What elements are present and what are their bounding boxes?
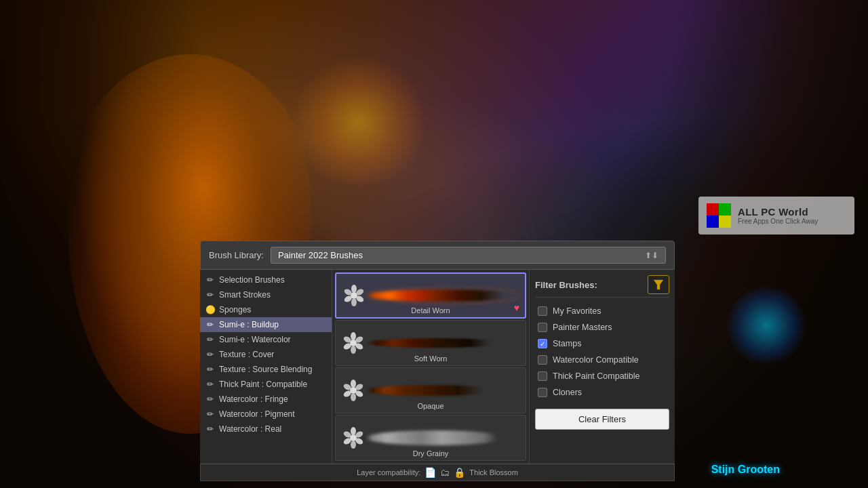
category-label: Watercolor : Fringe [219,394,288,404]
filter-checkbox-cloners[interactable] [538,388,547,397]
layer-icon-2: 🗂 [440,467,450,478]
brush-item-dry-grainy[interactable]: Dry Grainy [335,415,526,461]
category-label: Sumi-e : Watercolor [219,335,291,344]
brush-preview-dry-grainy [366,423,520,453]
filter-label-painter-masters: Painter Masters [553,323,612,332]
category-selection-brushes[interactable]: ✏ Selection Brushes [200,272,332,287]
filter-icon-button[interactable] [648,275,669,294]
main-content-row: ✏ Selection Brushes ✏ Smart Strokes 🟡 Sp… [200,270,675,464]
svg-rect-0 [707,203,719,216]
brush-icon: 🟡 [205,305,215,314]
filter-header: Filter Brushes: [535,275,669,298]
watermark-text: ALL PC World Free Apps One Click Away [738,206,818,225]
svg-point-19 [351,380,356,388]
svg-point-22 [351,393,356,401]
category-label: Thick Paint : Compatible [219,380,307,389]
stroke-visual [366,385,497,396]
flower-glow [726,285,807,366]
filter-checkbox-stamps[interactable] [538,339,547,348]
category-label: Watercolor : Pigment [219,409,295,419]
top-bar: Brush Library: Painter 2022 Brushes ⬆⬇ [200,241,675,270]
brush-previews-panel: Detail Worn ♥ [332,270,529,464]
svg-point-29 [351,441,356,449]
category-smart-strokes[interactable]: ✏ Smart Strokes [200,287,332,302]
layer-compat-value: Thick Blossom [469,468,518,476]
stroke-visual [366,338,505,348]
svg-rect-3 [719,216,731,228]
layer-icon-3: 🔒 [454,467,465,478]
svg-point-5 [351,285,357,293]
brush-item-detail-worn[interactable]: Detail Worn ♥ [335,272,526,319]
brush-categories-panel: ✏ Selection Brushes ✏ Smart Strokes 🟡 Sp… [200,270,332,464]
category-label: Sponges [219,305,251,314]
brush-library-label: Brush Library: [209,250,264,260]
bottom-status-bar: Layer compatibility: 📄 🗂 🔒 Thick Blossom [200,464,675,481]
category-sumie-watercolor[interactable]: ✏ Sumi-e : Watercolor [200,332,332,347]
watermark-title: ALL PC World [738,206,818,218]
brush-name-detail-worn: Detail Worn [411,306,450,314]
allpcworld-logo [707,203,731,228]
filter-funnel-icon [652,279,665,291]
brush-name-dry-grainy: Dry Grainy [413,449,449,458]
filter-option-my-favorites[interactable]: My Favorites [535,303,669,319]
svg-marker-32 [654,280,663,289]
category-watercolor-fringe[interactable]: ✏ Watercolor : Fringe [200,392,332,407]
filter-label-cloners: Cloners [553,388,582,397]
category-label: Smart Strokes [219,290,271,300]
filter-option-stamps[interactable]: Stamps [535,336,669,352]
filter-checkbox-thick-paint[interactable] [538,371,547,381]
brush-flower-icon-soft [341,331,366,355]
brush-icon: ✏ [205,394,215,404]
brush-flower-icon [342,283,366,308]
category-watercolor-real[interactable]: ✏ Watercolor : Real [200,422,332,436]
brush-icon: ✏ [205,275,215,285]
watermark-subtitle: Free Apps One Click Away [738,218,818,225]
category-texture-source[interactable]: ✏ Texture : Source Blending [200,362,332,377]
category-watercolor-pigment[interactable]: ✏ Watercolor : Pigment [200,407,332,422]
author-credit: Stijn Grooten [711,464,780,476]
dropdown-arrow-icon: ⬆⬇ [645,251,658,260]
svg-point-12 [351,332,356,340]
category-label: Texture : Source Blending [219,365,312,374]
category-label: Sumi-e : Buildup [219,320,279,329]
brush-flower-icon-dry [341,426,366,450]
brush-item-opaque[interactable]: Opaque [335,367,526,413]
brush-panel: Brush Library: Painter 2022 Brushes ⬆⬇ ✏… [200,241,675,481]
category-sumie-buildup[interactable]: ✏ Sumi-e : Buildup [200,317,332,332]
filter-title: Filter Brushes: [535,280,597,290]
filter-panel: Filter Brushes: My Favorites Painter Mas… [529,270,675,464]
filter-label-stamps: Stamps [553,339,581,348]
brush-name-opaque: Opaque [417,402,443,410]
flower-icon-svg [342,283,366,308]
stroke-visual [366,289,519,302]
brush-preview-opaque [366,375,520,406]
brush-icon: ✏ [205,350,215,359]
filter-checkbox-my-favorites[interactable] [538,306,547,316]
filter-option-watercolor[interactable]: Watercolor Compatible [535,352,669,368]
svg-point-8 [351,298,357,306]
svg-rect-1 [719,203,731,216]
category-sponges[interactable]: 🟡 Sponges [200,302,332,317]
filter-option-cloners[interactable]: Cloners [535,384,669,401]
brush-item-soft-worn[interactable]: Soft Worn [335,320,526,366]
brush-icon: ✏ [205,320,215,329]
filter-option-thick-paint[interactable]: Thick Paint Compatible [535,368,669,384]
flower-icon-svg-opaque [341,378,366,403]
category-thick-paint[interactable]: ✏ Thick Paint : Compatible [200,377,332,392]
flower-icon-svg-soft [341,331,366,355]
brush-icon: ✏ [205,290,215,300]
svg-rect-2 [707,216,719,228]
brush-name-soft-worn: Soft Worn [414,354,448,363]
torch-glow [292,54,427,190]
filter-checkbox-watercolor[interactable] [538,355,547,365]
brush-library-dropdown[interactable]: Painter 2022 Brushes ⬆⬇ [271,247,666,264]
layer-icon-1: 📄 [425,467,436,478]
filter-option-painter-masters[interactable]: Painter Masters [535,319,669,336]
filter-checkbox-painter-masters[interactable] [538,323,547,332]
clear-filters-button[interactable]: Clear Filters [535,409,669,430]
stroke-visual [366,430,505,445]
filter-label-thick-paint: Thick Paint Compatible [553,371,640,381]
category-texture-cover[interactable]: ✏ Texture : Cover [200,347,332,362]
layer-compat-label: Layer compatibility: [357,468,420,476]
brush-icon: ✏ [205,365,215,374]
